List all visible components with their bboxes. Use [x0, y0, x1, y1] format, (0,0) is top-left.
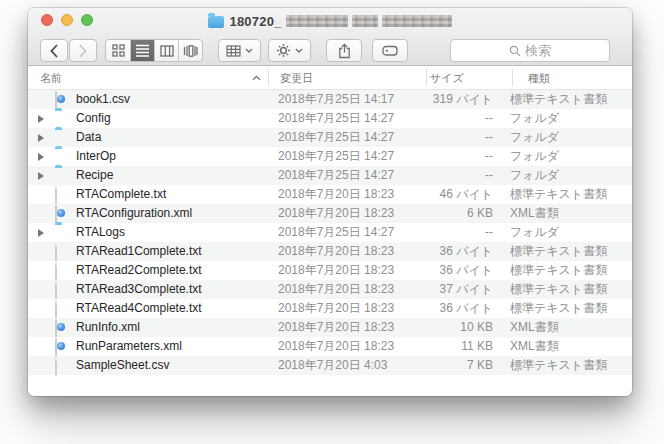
search-icon [509, 45, 521, 57]
coverflow-view-button[interactable] [178, 40, 202, 61]
tag-button[interactable] [372, 39, 408, 62]
table-row[interactable]: RTALogs 2018年7月25日 14:27 -- フォルダ [28, 223, 632, 242]
column-header-name[interactable]: 名前 [40, 71, 62, 86]
column-divider[interactable] [512, 69, 513, 86]
file-kind: 標準テキスト書類 [510, 280, 628, 299]
share-button[interactable] [326, 39, 362, 62]
document-plain-icon [55, 186, 57, 205]
file-name: RTARead1Complete.txt [76, 242, 266, 261]
window-chrome: 180720_ [28, 8, 632, 66]
table-row[interactable]: RTARead1Complete.txt 2018年7月20日 18:23 36… [28, 242, 632, 261]
back-button[interactable] [40, 39, 68, 62]
coverflow-icon [183, 45, 198, 57]
disclosure-triangle-icon[interactable] [38, 134, 44, 142]
table-row[interactable]: Data 2018年7月25日 14:27 -- フォルダ [28, 128, 632, 147]
file-list: book1.csv 2018年7月25日 14:17 319 バイト 標準テキス… [28, 90, 632, 375]
redacted-text [352, 15, 378, 27]
file-name: Recipe [76, 166, 266, 185]
chevron-right-icon [79, 44, 87, 58]
disclosure-triangle-icon[interactable] [38, 153, 44, 161]
table-row[interactable]: Recipe 2018年7月25日 14:27 -- フォルダ [28, 166, 632, 185]
file-size: 46 バイト [368, 185, 493, 204]
file-name: RTAComplete.txt [76, 185, 266, 204]
file-name: Data [76, 128, 266, 147]
column-divider[interactable] [426, 69, 427, 86]
redacted-text [286, 15, 348, 27]
share-icon [338, 43, 351, 59]
file-size: 37 バイト [368, 280, 493, 299]
chevron-down-icon [295, 48, 303, 53]
file-name: InterOp [76, 147, 266, 166]
document-plain-icon [55, 357, 57, 376]
document-plain-icon [55, 262, 57, 281]
file-kind: フォルダ [510, 109, 628, 128]
arrange-grid-icon [226, 45, 241, 57]
folder-proxy-icon[interactable] [208, 16, 224, 28]
column-header-size[interactable]: サイズ [430, 71, 464, 86]
action-button[interactable] [268, 39, 311, 62]
finder-window: 180720_ [28, 8, 632, 396]
document-blue-icon [55, 338, 57, 357]
file-size: -- [368, 128, 493, 147]
redacted-text [382, 15, 452, 27]
file-size: -- [368, 147, 493, 166]
file-kind: フォルダ [510, 166, 628, 185]
document-blue-icon [55, 319, 57, 338]
file-kind: フォルダ [510, 147, 628, 166]
file-size: 11 KB [368, 337, 493, 356]
table-row[interactable]: RTARead3Complete.txt 2018年7月20日 18:23 37… [28, 280, 632, 299]
sort-ascending-icon [252, 75, 261, 81]
table-row[interactable]: RTAComplete.txt 2018年7月20日 18:23 46 バイト … [28, 185, 632, 204]
file-size: -- [368, 109, 493, 128]
grid-icon [112, 44, 125, 57]
columns-icon [160, 45, 174, 57]
file-name: Config [76, 109, 266, 128]
document-plain-icon [55, 243, 57, 262]
file-size: 6 KB [368, 204, 493, 223]
arrange-button[interactable] [218, 39, 261, 62]
disclosure-triangle-icon[interactable] [38, 115, 44, 123]
table-row[interactable]: InterOp 2018年7月25日 14:27 -- フォルダ [28, 147, 632, 166]
desktop-background: 180720_ [0, 0, 664, 444]
disclosure-triangle-icon[interactable] [38, 229, 44, 237]
file-size: 36 バイト [368, 299, 493, 318]
search-input[interactable]: 検索 [450, 39, 610, 62]
table-row[interactable]: RunInfo.xml 2018年7月20日 18:23 10 KB XML書類 [28, 318, 632, 337]
title-bar: 180720_ [28, 8, 632, 34]
file-kind: 標準テキスト書類 [510, 299, 628, 318]
chevron-left-icon [50, 44, 58, 58]
document-plain-icon [55, 281, 57, 300]
list-view-button[interactable] [130, 40, 154, 61]
file-size: 36 バイト [368, 242, 493, 261]
table-row[interactable]: book1.csv 2018年7月25日 14:17 319 バイト 標準テキス… [28, 90, 632, 109]
table-row[interactable]: SampleSheet.csv 2018年7月20日 4:03 7 KB 標準テ… [28, 356, 632, 375]
column-header-kind[interactable]: 種類 [528, 71, 550, 86]
column-view-button[interactable] [154, 40, 178, 61]
file-kind: XML書類 [510, 204, 628, 223]
file-kind: 標準テキスト書類 [510, 356, 628, 375]
forward-button[interactable] [69, 39, 97, 62]
file-kind: 標準テキスト書類 [510, 185, 628, 204]
file-name: book1.csv [76, 90, 266, 109]
file-kind: 標準テキスト書類 [510, 90, 628, 109]
table-row[interactable]: RTARead4Complete.txt 2018年7月20日 18:23 36… [28, 299, 632, 318]
document-plain-icon [55, 300, 57, 319]
file-name: SampleSheet.csv [76, 356, 266, 375]
table-row[interactable]: RTAConfiguration.xml 2018年7月20日 18:23 6 … [28, 204, 632, 223]
file-name: RTARead2Complete.txt [76, 261, 266, 280]
file-name: RunInfo.xml [76, 318, 266, 337]
file-name: RunParameters.xml [76, 337, 266, 356]
table-row[interactable]: Config 2018年7月25日 14:27 -- フォルダ [28, 109, 632, 128]
icon-view-button[interactable] [106, 40, 130, 61]
file-kind: XML書類 [510, 337, 628, 356]
file-name: RTARead4Complete.txt [76, 299, 266, 318]
column-header-date[interactable]: 変更日 [280, 71, 313, 86]
tag-icon [382, 44, 398, 57]
table-row[interactable]: RunParameters.xml 2018年7月20日 18:23 11 KB… [28, 337, 632, 356]
disclosure-triangle-icon[interactable] [38, 172, 44, 180]
column-divider[interactable] [268, 69, 269, 86]
file-size: 36 バイト [368, 261, 493, 280]
chevron-down-icon [245, 48, 253, 53]
table-row[interactable]: RTARead2Complete.txt 2018年7月20日 18:23 36… [28, 261, 632, 280]
file-name: RTARead3Complete.txt [76, 280, 266, 299]
